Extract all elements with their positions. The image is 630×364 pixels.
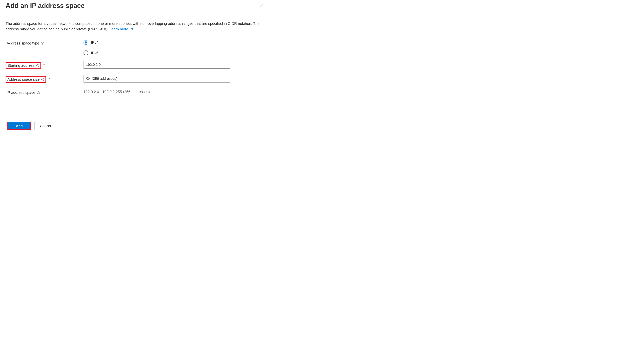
svg-point-4 bbox=[42, 43, 42, 43]
info-icon[interactable] bbox=[41, 42, 44, 45]
panel-header: Add an IP address space bbox=[6, 0, 266, 10]
cancel-button[interactable]: Cancel bbox=[34, 122, 56, 130]
description-text: The address space for a virtual network … bbox=[6, 21, 266, 32]
radio-group-address-type: IPv4 IPv6 bbox=[84, 39, 230, 55]
label-address-type: Address space type bbox=[6, 40, 45, 46]
radio-icon-unchecked bbox=[84, 50, 88, 55]
label-space-size-text: Address space size bbox=[8, 77, 40, 82]
radio-ipv4-label: IPv4 bbox=[91, 40, 98, 45]
row-address-type: Address space type IPv4 IPv6 bbox=[6, 39, 266, 55]
radio-ipv6-label: IPv6 bbox=[91, 51, 98, 55]
label-ip-space-text: IP address space bbox=[7, 90, 35, 95]
panel-title: Add an IP address space bbox=[6, 2, 85, 10]
required-indicator: * bbox=[44, 64, 45, 67]
external-link-icon bbox=[130, 26, 133, 32]
label-starting-address: Starting address bbox=[6, 62, 41, 69]
starting-address-input[interactable] bbox=[84, 61, 230, 69]
info-icon[interactable] bbox=[41, 78, 44, 81]
learn-more-label: Learn more. bbox=[109, 26, 130, 32]
label-ip-space: IP address space bbox=[6, 90, 41, 96]
label-starting-address-text: Starting address bbox=[8, 63, 34, 68]
info-icon[interactable] bbox=[37, 91, 40, 94]
radio-ipv6[interactable]: IPv6 bbox=[84, 50, 230, 55]
add-button[interactable]: Add bbox=[8, 122, 30, 129]
learn-more-link[interactable]: Learn more. bbox=[109, 26, 133, 32]
label-space-size: Address space size bbox=[6, 76, 46, 83]
close-icon bbox=[260, 3, 264, 8]
close-button[interactable] bbox=[258, 2, 266, 9]
required-indicator: * bbox=[48, 77, 50, 81]
row-ip-space: IP address space 192.0.2.0 - 192.0.2.255… bbox=[6, 89, 266, 96]
info-icon[interactable] bbox=[36, 64, 39, 67]
label-address-type-text: Address space type bbox=[7, 41, 39, 45]
row-space-size: Address space size * /24 (256 addresses) bbox=[6, 75, 266, 83]
radio-icon-checked bbox=[84, 40, 88, 45]
footer: Add Cancel bbox=[6, 118, 266, 136]
svg-point-7 bbox=[38, 65, 38, 65]
ip-space-value: 192.0.2.0 - 192.0.2.255 (256 addresses) bbox=[84, 89, 230, 94]
radio-ipv4[interactable]: IPv4 bbox=[84, 40, 230, 45]
row-starting-address: Starting address * bbox=[6, 61, 266, 69]
space-size-select[interactable]: /24 (256 addresses) bbox=[84, 75, 230, 83]
add-button-highlight: Add bbox=[8, 122, 31, 130]
